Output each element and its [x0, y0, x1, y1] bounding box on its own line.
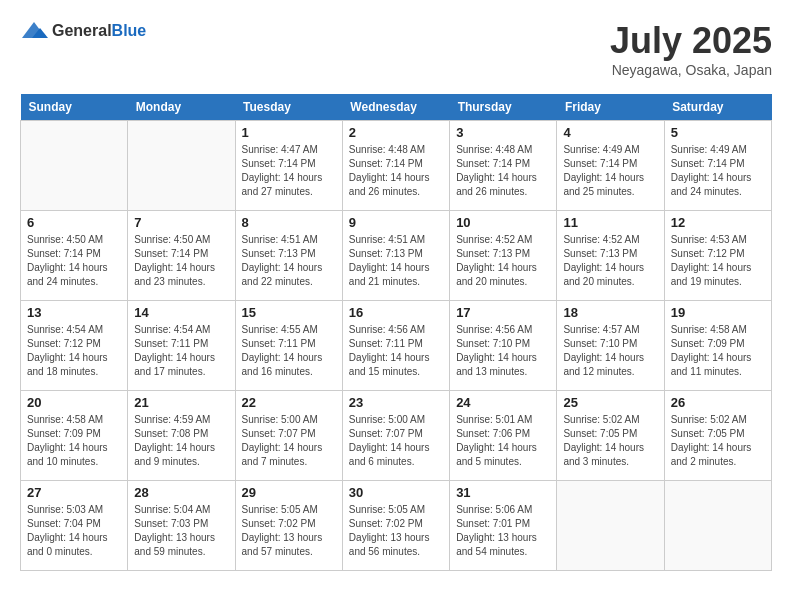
day-info: Sunrise: 4:51 AM Sunset: 7:13 PM Dayligh… [242, 233, 336, 289]
day-number: 7 [134, 215, 228, 230]
day-number: 18 [563, 305, 657, 320]
calendar-week-row: 6Sunrise: 4:50 AM Sunset: 7:14 PM Daylig… [21, 211, 772, 301]
day-info: Sunrise: 4:59 AM Sunset: 7:08 PM Dayligh… [134, 413, 228, 469]
day-info: Sunrise: 4:50 AM Sunset: 7:14 PM Dayligh… [27, 233, 121, 289]
calendar-cell: 27Sunrise: 5:03 AM Sunset: 7:04 PM Dayli… [21, 481, 128, 571]
day-info: Sunrise: 5:00 AM Sunset: 7:07 PM Dayligh… [242, 413, 336, 469]
day-number: 9 [349, 215, 443, 230]
calendar-week-row: 20Sunrise: 4:58 AM Sunset: 7:09 PM Dayli… [21, 391, 772, 481]
day-number: 29 [242, 485, 336, 500]
calendar-cell: 20Sunrise: 4:58 AM Sunset: 7:09 PM Dayli… [21, 391, 128, 481]
day-info: Sunrise: 4:51 AM Sunset: 7:13 PM Dayligh… [349, 233, 443, 289]
calendar-header-thursday: Thursday [450, 94, 557, 121]
calendar-cell: 5Sunrise: 4:49 AM Sunset: 7:14 PM Daylig… [664, 121, 771, 211]
logo-general: General [52, 22, 112, 39]
calendar-cell: 1Sunrise: 4:47 AM Sunset: 7:14 PM Daylig… [235, 121, 342, 211]
calendar-cell [557, 481, 664, 571]
calendar-cell: 23Sunrise: 5:00 AM Sunset: 7:07 PM Dayli… [342, 391, 449, 481]
calendar-header-row: SundayMondayTuesdayWednesdayThursdayFrid… [21, 94, 772, 121]
day-info: Sunrise: 4:56 AM Sunset: 7:10 PM Dayligh… [456, 323, 550, 379]
calendar-cell: 4Sunrise: 4:49 AM Sunset: 7:14 PM Daylig… [557, 121, 664, 211]
calendar-cell [128, 121, 235, 211]
day-number: 8 [242, 215, 336, 230]
calendar-cell: 3Sunrise: 4:48 AM Sunset: 7:14 PM Daylig… [450, 121, 557, 211]
calendar-cell: 15Sunrise: 4:55 AM Sunset: 7:11 PM Dayli… [235, 301, 342, 391]
day-info: Sunrise: 5:05 AM Sunset: 7:02 PM Dayligh… [349, 503, 443, 559]
day-info: Sunrise: 4:48 AM Sunset: 7:14 PM Dayligh… [349, 143, 443, 199]
day-info: Sunrise: 4:55 AM Sunset: 7:11 PM Dayligh… [242, 323, 336, 379]
calendar-cell [21, 121, 128, 211]
calendar-cell: 9Sunrise: 4:51 AM Sunset: 7:13 PM Daylig… [342, 211, 449, 301]
day-info: Sunrise: 5:00 AM Sunset: 7:07 PM Dayligh… [349, 413, 443, 469]
day-number: 21 [134, 395, 228, 410]
day-info: Sunrise: 4:49 AM Sunset: 7:14 PM Dayligh… [671, 143, 765, 199]
day-info: Sunrise: 4:47 AM Sunset: 7:14 PM Dayligh… [242, 143, 336, 199]
calendar-cell: 31Sunrise: 5:06 AM Sunset: 7:01 PM Dayli… [450, 481, 557, 571]
calendar-cell: 29Sunrise: 5:05 AM Sunset: 7:02 PM Dayli… [235, 481, 342, 571]
day-number: 1 [242, 125, 336, 140]
calendar-cell: 7Sunrise: 4:50 AM Sunset: 7:14 PM Daylig… [128, 211, 235, 301]
day-number: 12 [671, 215, 765, 230]
calendar-cell: 25Sunrise: 5:02 AM Sunset: 7:05 PM Dayli… [557, 391, 664, 481]
day-info: Sunrise: 4:49 AM Sunset: 7:14 PM Dayligh… [563, 143, 657, 199]
day-info: Sunrise: 4:56 AM Sunset: 7:11 PM Dayligh… [349, 323, 443, 379]
day-info: Sunrise: 5:01 AM Sunset: 7:06 PM Dayligh… [456, 413, 550, 469]
day-number: 20 [27, 395, 121, 410]
location-subtitle: Neyagawa, Osaka, Japan [610, 62, 772, 78]
day-info: Sunrise: 4:58 AM Sunset: 7:09 PM Dayligh… [27, 413, 121, 469]
day-number: 24 [456, 395, 550, 410]
day-number: 15 [242, 305, 336, 320]
day-info: Sunrise: 4:52 AM Sunset: 7:13 PM Dayligh… [563, 233, 657, 289]
calendar-header-wednesday: Wednesday [342, 94, 449, 121]
calendar-cell: 18Sunrise: 4:57 AM Sunset: 7:10 PM Dayli… [557, 301, 664, 391]
day-number: 28 [134, 485, 228, 500]
calendar-cell: 6Sunrise: 4:50 AM Sunset: 7:14 PM Daylig… [21, 211, 128, 301]
logo: GeneralBlue [20, 20, 146, 42]
day-info: Sunrise: 4:53 AM Sunset: 7:12 PM Dayligh… [671, 233, 765, 289]
day-number: 5 [671, 125, 765, 140]
day-info: Sunrise: 4:50 AM Sunset: 7:14 PM Dayligh… [134, 233, 228, 289]
day-number: 4 [563, 125, 657, 140]
calendar-cell: 13Sunrise: 4:54 AM Sunset: 7:12 PM Dayli… [21, 301, 128, 391]
calendar-week-row: 27Sunrise: 5:03 AM Sunset: 7:04 PM Dayli… [21, 481, 772, 571]
calendar-header-monday: Monday [128, 94, 235, 121]
calendar-cell: 14Sunrise: 4:54 AM Sunset: 7:11 PM Dayli… [128, 301, 235, 391]
calendar-cell: 11Sunrise: 4:52 AM Sunset: 7:13 PM Dayli… [557, 211, 664, 301]
day-info: Sunrise: 5:06 AM Sunset: 7:01 PM Dayligh… [456, 503, 550, 559]
calendar-cell: 28Sunrise: 5:04 AM Sunset: 7:03 PM Dayli… [128, 481, 235, 571]
calendar-cell [664, 481, 771, 571]
day-number: 16 [349, 305, 443, 320]
day-number: 19 [671, 305, 765, 320]
day-info: Sunrise: 5:04 AM Sunset: 7:03 PM Dayligh… [134, 503, 228, 559]
day-info: Sunrise: 5:05 AM Sunset: 7:02 PM Dayligh… [242, 503, 336, 559]
day-info: Sunrise: 5:02 AM Sunset: 7:05 PM Dayligh… [563, 413, 657, 469]
day-info: Sunrise: 4:58 AM Sunset: 7:09 PM Dayligh… [671, 323, 765, 379]
day-number: 23 [349, 395, 443, 410]
calendar-header-tuesday: Tuesday [235, 94, 342, 121]
day-number: 3 [456, 125, 550, 140]
day-number: 17 [456, 305, 550, 320]
day-number: 11 [563, 215, 657, 230]
day-info: Sunrise: 4:52 AM Sunset: 7:13 PM Dayligh… [456, 233, 550, 289]
calendar-table: SundayMondayTuesdayWednesdayThursdayFrid… [20, 94, 772, 571]
day-info: Sunrise: 5:03 AM Sunset: 7:04 PM Dayligh… [27, 503, 121, 559]
day-info: Sunrise: 4:48 AM Sunset: 7:14 PM Dayligh… [456, 143, 550, 199]
calendar-cell: 30Sunrise: 5:05 AM Sunset: 7:02 PM Dayli… [342, 481, 449, 571]
day-number: 30 [349, 485, 443, 500]
day-info: Sunrise: 4:54 AM Sunset: 7:12 PM Dayligh… [27, 323, 121, 379]
calendar-cell: 26Sunrise: 5:02 AM Sunset: 7:05 PM Dayli… [664, 391, 771, 481]
calendar-cell: 19Sunrise: 4:58 AM Sunset: 7:09 PM Dayli… [664, 301, 771, 391]
day-number: 2 [349, 125, 443, 140]
title-area: July 2025 Neyagawa, Osaka, Japan [610, 20, 772, 78]
calendar-cell: 12Sunrise: 4:53 AM Sunset: 7:12 PM Dayli… [664, 211, 771, 301]
calendar-cell: 10Sunrise: 4:52 AM Sunset: 7:13 PM Dayli… [450, 211, 557, 301]
day-number: 6 [27, 215, 121, 230]
calendar-cell: 2Sunrise: 4:48 AM Sunset: 7:14 PM Daylig… [342, 121, 449, 211]
calendar-cell: 17Sunrise: 4:56 AM Sunset: 7:10 PM Dayli… [450, 301, 557, 391]
calendar-cell: 24Sunrise: 5:01 AM Sunset: 7:06 PM Dayli… [450, 391, 557, 481]
day-info: Sunrise: 4:57 AM Sunset: 7:10 PM Dayligh… [563, 323, 657, 379]
calendar-header-sunday: Sunday [21, 94, 128, 121]
logo-icon [20, 20, 48, 42]
calendar-cell: 8Sunrise: 4:51 AM Sunset: 7:13 PM Daylig… [235, 211, 342, 301]
month-year-title: July 2025 [610, 20, 772, 62]
